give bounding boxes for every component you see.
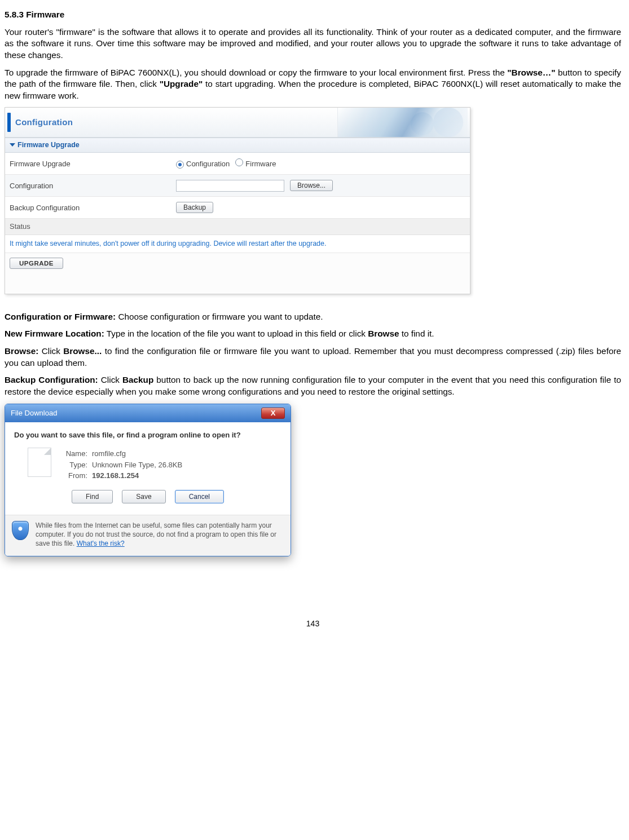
row-label: Firmware Upgrade [10, 159, 176, 169]
meta-key: From: [59, 471, 87, 481]
panel-title: Configuration [15, 117, 73, 128]
status-note: It might take several minutes, don't pow… [5, 235, 470, 253]
val-a: Click [98, 375, 122, 384]
paragraph-steps: To upgrade the firmware of BiPAC 7600NX(… [5, 67, 621, 102]
panel-footer: UPGRADE [5, 253, 470, 273]
dialog-titlebar: File Download X [5, 404, 291, 422]
dialog-warning: While files from the Internet can be use… [5, 515, 291, 556]
val-a: Type in the location of the file you wan… [104, 329, 368, 338]
meta-type: Type:Unknown File Type, 26.8KB [59, 460, 182, 470]
meta-key: Type: [59, 460, 87, 470]
header-accent-bar [7, 113, 11, 132]
row-backup-config: Backup Configuration Backup [5, 197, 470, 219]
meta-from: From:192.168.1.254 [59, 471, 182, 481]
meta-val: 192.168.1.254 [92, 471, 139, 481]
row-status: Status [5, 219, 470, 235]
val-c: to find it. [399, 329, 434, 338]
save-button[interactable]: Save [122, 490, 165, 503]
dialog-buttons: Find Save Cancel [14, 490, 281, 503]
dialog-file-block: Name:romfile.cfg Type:Unknown File Type,… [28, 448, 281, 482]
val: Choose configuration or firmware you wan… [116, 312, 323, 321]
row-label: Configuration [10, 181, 176, 191]
p2-upgrade-bold: "Upgrade" [160, 79, 203, 89]
file-icon [28, 448, 51, 477]
browse-button[interactable]: Browse... [290, 180, 333, 191]
desc-new-firmware-location: New Firmware Location: Type in the locat… [5, 328, 621, 340]
panel-header: Configuration [5, 108, 470, 138]
page-number: 143 [5, 618, 621, 629]
close-icon: X [271, 408, 276, 418]
dialog-title-text: File Download [11, 408, 57, 418]
desc-browse: Browse: Click Browse... to find the conf… [5, 346, 621, 369]
p2-browse-bold: "Browse…" [507, 68, 555, 77]
meta-val: Unknown File Type, 26.8KB [92, 460, 182, 470]
shield-icon [12, 521, 29, 540]
backup-bold: Backup [122, 375, 153, 384]
key: Backup Configuration: [5, 375, 98, 384]
radio-dot-on-icon [176, 161, 184, 169]
find-button[interactable]: Find [72, 490, 113, 503]
section-heading: 5.8.3 Firmware [5, 9, 621, 21]
meta-val: romfile.cfg [92, 449, 126, 459]
val-a: Click [38, 346, 63, 356]
warning-text: While files from the Internet can be use… [36, 521, 276, 547]
backup-button[interactable]: Backup [176, 202, 213, 213]
key: Configuration or Firmware: [5, 312, 116, 321]
radio-label: Configuration [186, 160, 230, 168]
browse-bold: Browse... [63, 346, 102, 356]
row-label: Status [10, 222, 30, 231]
panel-padding [5, 273, 470, 294]
dialog-close-button[interactable]: X [261, 408, 285, 419]
paragraph-intro: Your router's "firmware" is the software… [5, 26, 621, 61]
meta-name: Name:romfile.cfg [59, 449, 182, 459]
header-decorative-art [337, 108, 468, 137]
row-label: Backup Configuration [10, 203, 176, 213]
config-panel-screenshot: Configuration Firmware Upgrade Firmware … [5, 107, 470, 294]
desc-config-or-firmware: Configuration or Firmware: Choose config… [5, 311, 621, 323]
row-firmware-upgrade: Firmware Upgrade Configuration Firmware [5, 153, 470, 175]
radio-configuration[interactable]: Configuration [176, 159, 230, 169]
radio-firmware[interactable]: Firmware [235, 158, 276, 169]
dialog-question: Do you want to save this file, or find a… [14, 430, 281, 440]
key: Browse: [5, 346, 38, 356]
p2-a: To upgrade the firmware of BiPAC 7600NX(… [5, 68, 507, 77]
cancel-button[interactable]: Cancel [175, 490, 224, 503]
file-download-dialog: File Download X Do you want to save this… [5, 404, 291, 557]
meta-key: Name: [59, 449, 87, 459]
panel-section-header[interactable]: Firmware Upgrade [5, 138, 470, 153]
row-configuration-path: Configuration Browse... [5, 175, 470, 197]
config-path-input[interactable] [176, 180, 284, 192]
upgrade-button[interactable]: UPGRADE [10, 258, 63, 269]
radio-dot-off-icon [235, 158, 243, 166]
whats-the-risk-link[interactable]: What's the risk? [77, 540, 125, 547]
key: New Firmware Location: [5, 329, 104, 338]
radio-label: Firmware [245, 160, 276, 168]
desc-backup: Backup Configuration: Click Backup butto… [5, 374, 621, 397]
browse-bold: Browse [368, 329, 399, 338]
